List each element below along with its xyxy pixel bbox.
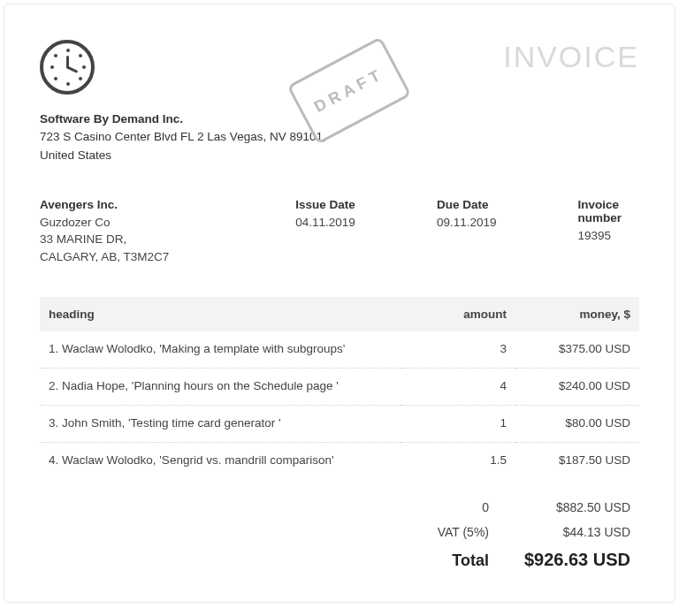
item-heading: 2. Nadia Hope, 'Planning hours on the Sc… [40, 369, 401, 406]
from-address: Software By Demand Inc. 723 S Casino Cen… [40, 110, 326, 164]
grand-total-value: $926.63 USD [489, 550, 630, 570]
subtotal-value: $882.50 USD [489, 500, 630, 514]
col-money: money, $ [515, 297, 639, 331]
table-row: 1. Waclaw Wolodko, 'Making a template wi… [40, 331, 639, 369]
bill-to-street: 33 MARINE DR, [40, 231, 278, 248]
col-heading: heading [40, 297, 401, 331]
document-type-title: INVOICE [503, 40, 639, 74]
from-country: United States [40, 147, 326, 164]
table-row: 2. Nadia Hope, 'Planning hours on the Sc… [40, 369, 639, 406]
draft-stamp-text: DRAFT [311, 65, 387, 117]
due-date: Due Date 09.11.2019 [437, 198, 578, 266]
item-amount: 3 [401, 331, 515, 369]
line-items-table: heading amount money, $ 1. Waclaw Wolodk… [40, 297, 639, 479]
item-money: $80.00 USD [515, 406, 639, 443]
subtotal-row: 0 $882.50 USD [40, 495, 639, 520]
item-money: $375.00 USD [515, 331, 639, 369]
table-header-row: heading amount money, $ [40, 297, 639, 331]
clock-logo-icon [40, 40, 95, 95]
vat-row: VAT (5%) $44.13 USD [40, 520, 639, 544]
vat-value: $44.13 USD [489, 525, 630, 539]
invoice-number: Invoice number 19395 [578, 198, 640, 266]
grand-total-row: Total $926.63 USD [40, 544, 639, 575]
issue-date: Issue Date 04.11.2019 [295, 198, 437, 266]
col-amount: amount [401, 297, 515, 331]
from-name: Software By Demand Inc. [40, 110, 326, 128]
item-amount: 1 [401, 406, 515, 443]
meta-row: Avengers Inc. Guzdozer Co 33 MARINE DR, … [40, 198, 639, 266]
issue-date-label: Issue Date [295, 198, 419, 211]
subtotal-label: 0 [374, 500, 489, 514]
from-street: 723 S Casino Center Blvd FL 2 Las Vegas,… [40, 128, 326, 146]
due-date-label: Due Date [437, 198, 561, 211]
item-money: $187.50 USD [515, 443, 639, 480]
bill-to-city: CALGARY, AB, T3M2C7 [40, 248, 278, 266]
bill-to-label: Avengers Inc. [40, 198, 278, 211]
item-money: $240.00 USD [515, 369, 639, 406]
bill-to: Avengers Inc. Guzdozer Co 33 MARINE DR, … [40, 198, 295, 266]
item-amount: 4 [401, 369, 515, 406]
vat-label: VAT (5%) [374, 525, 489, 539]
item-amount: 1.5 [401, 443, 515, 480]
table-row: 3. John Smith, 'Testing time card genera… [40, 406, 639, 443]
invoice-page: Software By Demand Inc. 723 S Casino Cen… [4, 4, 675, 603]
invoice-number-value: 19395 [578, 227, 622, 245]
invoice-number-label: Invoice number [578, 198, 622, 224]
bill-to-name: Guzdozer Co [40, 214, 278, 232]
item-heading: 4. Waclaw Wolodko, 'Sengrid vs. mandrill… [40, 443, 401, 480]
table-row: 4. Waclaw Wolodko, 'Sengrid vs. mandrill… [40, 443, 639, 480]
grand-total-label: Total [374, 551, 489, 570]
from-section: Software By Demand Inc. 723 S Casino Cen… [40, 40, 326, 198]
issue-date-value: 04.11.2019 [295, 214, 419, 232]
item-heading: 1. Waclaw Wolodko, 'Making a template wi… [40, 331, 401, 369]
totals-section: 0 $882.50 USD VAT (5%) $44.13 USD Total … [40, 495, 639, 575]
due-date-value: 09.11.2019 [437, 214, 561, 232]
item-heading: 3. John Smith, 'Testing time card genera… [40, 406, 401, 443]
